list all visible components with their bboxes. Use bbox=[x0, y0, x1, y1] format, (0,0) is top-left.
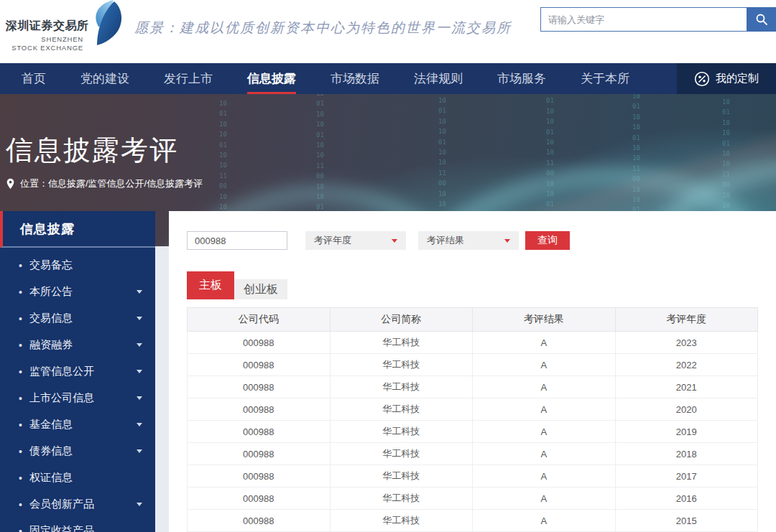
sidebar-item-warrant-info[interactable]: • 权证信息 bbox=[0, 465, 155, 491]
table-row: 000988华工科技A2019 bbox=[188, 421, 758, 443]
sidebar-item-member-innovation-products[interactable]: • 会员创新产品 bbox=[0, 491, 155, 518]
szse-logo-icon bbox=[83, 0, 123, 46]
chevron-down-icon bbox=[137, 396, 142, 400]
search-input[interactable] bbox=[540, 7, 747, 32]
site-header: 深圳证券交易所 SHENZHEN STOCK EXCHANGE 愿景：建成以优质… bbox=[0, 0, 776, 63]
bullet-icon: • bbox=[19, 260, 22, 271]
evaluation-year-dropdown[interactable]: 考评年度 bbox=[305, 231, 406, 250]
main-nav: 首页 党的建设 发行上市 信息披露 市场数据 法律规则 市场服务 关于本所 我的… bbox=[0, 63, 776, 94]
location-pin-icon bbox=[6, 178, 15, 190]
site-search bbox=[540, 7, 776, 32]
nav-item-party-building[interactable]: 党的建设 bbox=[80, 63, 129, 94]
table-row: 000988华工科技A2022 bbox=[188, 354, 758, 376]
bullet-icon: • bbox=[19, 446, 22, 457]
tab-main-board[interactable]: 主板 bbox=[187, 271, 234, 299]
bullet-icon: • bbox=[19, 313, 22, 325]
col-eval-result: 考评结果 bbox=[473, 308, 616, 332]
sidebar-item-fund-info[interactable]: • 基金信息 bbox=[0, 411, 155, 438]
binary-decoration: 10011010011010110010100110 bbox=[438, 95, 448, 230]
bullet-icon: • bbox=[19, 393, 22, 404]
breadcrumb-text: 位置：信息披露/监管信息公开/信息披露考评 bbox=[20, 177, 203, 190]
chevron-down-icon bbox=[504, 239, 510, 243]
nav-item-market-services[interactable]: 市场服务 bbox=[497, 63, 546, 94]
table-row: 000988华工科技A2023 bbox=[188, 332, 758, 354]
my-customization-label: 我的定制 bbox=[716, 72, 759, 85]
table-row: 000988华工科技A2020 bbox=[188, 398, 758, 421]
query-button[interactable]: 查询 bbox=[525, 231, 570, 250]
nav-item-rules[interactable]: 法律规则 bbox=[414, 63, 463, 94]
table-row: 000988华工科技A2015 bbox=[188, 510, 758, 532]
bullet-icon: • bbox=[19, 340, 22, 351]
sidebar-item-exchange-announcements[interactable]: • 本所公告 bbox=[0, 279, 155, 305]
chevron-down-icon bbox=[137, 423, 142, 426]
chevron-down-icon bbox=[392, 239, 397, 243]
logo-en-text: SHENZHEN STOCK EXCHANGE bbox=[6, 35, 83, 52]
chevron-down-icon bbox=[137, 343, 142, 347]
sidebar-item-listed-company-info[interactable]: • 上市公司信息 bbox=[0, 385, 155, 411]
logo[interactable]: 深圳证券交易所 SHENZHEN STOCK EXCHANGE bbox=[6, 19, 83, 52]
nav-item-about[interactable]: 关于本所 bbox=[581, 63, 629, 94]
table-row: 000988华工科技A2017 bbox=[188, 465, 758, 487]
sidebar: 信息披露 • 交易备忘 • 本所公告 • 交易信息 • 融资融券 bbox=[0, 211, 155, 532]
table-row: 000988华工科技A2018 bbox=[188, 443, 758, 465]
nav-item-market-data[interactable]: 市场数据 bbox=[331, 63, 379, 94]
board-tabs: 主板 创业板 bbox=[187, 271, 776, 299]
nav-item-listing[interactable]: 发行上市 bbox=[164, 63, 213, 94]
customize-icon bbox=[694, 71, 710, 87]
sidebar-menu: • 交易备忘 • 本所公告 • 交易信息 • 融资融券 • 监管信息公开 bbox=[0, 248, 155, 532]
bullet-icon: • bbox=[19, 366, 22, 378]
sidebar-content-gap bbox=[155, 211, 169, 532]
chevron-down-icon bbox=[137, 449, 142, 453]
sidebar-item-regulatory-disclosure[interactable]: • 监管信息公开 bbox=[0, 358, 155, 385]
sidebar-item-trading-info[interactable]: • 交易信息 bbox=[0, 305, 155, 332]
evaluation-result-dropdown[interactable]: 考评结果 bbox=[418, 231, 519, 250]
my-customization-button[interactable]: 我的定制 bbox=[677, 63, 776, 94]
sidebar-title: 信息披露 bbox=[0, 211, 155, 248]
content-panel: 考评年度 考评结果 查询 主板 创业板 公司代码 公司简称 考评结果 考评年度 bbox=[169, 211, 776, 532]
search-button[interactable] bbox=[747, 7, 776, 32]
bullet-icon: • bbox=[19, 286, 22, 298]
vision-slogan: 愿景：建成以优质创新资本中心为特色的世界一流交易所 bbox=[134, 19, 512, 37]
bullet-icon: • bbox=[19, 419, 22, 431]
nav-item-disclosure[interactable]: 信息披露 bbox=[247, 63, 296, 94]
bullet-icon: • bbox=[19, 526, 22, 532]
main-content: 信息披露 • 交易备忘 • 本所公告 • 交易信息 • 融资融券 bbox=[0, 211, 776, 532]
col-eval-year: 考评年度 bbox=[615, 308, 758, 332]
breadcrumb: 位置：信息披露/监管信息公开/信息披露考评 bbox=[6, 177, 203, 190]
company-code-input[interactable] bbox=[187, 231, 287, 250]
logo-cn-text: 深圳证券交易所 bbox=[6, 19, 83, 34]
sidebar-item-bond-info[interactable]: • 债券信息 bbox=[0, 438, 155, 465]
page-title: 信息披露考评 bbox=[6, 132, 178, 169]
chevron-down-icon bbox=[137, 370, 142, 373]
chevron-down-icon bbox=[137, 290, 142, 294]
chevron-down-icon bbox=[137, 317, 142, 320]
tab-chinext[interactable]: 创业板 bbox=[234, 279, 287, 299]
sidebar-item-fixed-income-products[interactable]: • 固定收益产品 bbox=[0, 518, 155, 532]
search-icon bbox=[755, 13, 768, 26]
table-header-row: 公司代码 公司简称 考评结果 考评年度 bbox=[188, 308, 758, 332]
col-company-name: 公司简称 bbox=[330, 308, 473, 332]
bullet-icon: • bbox=[19, 472, 22, 484]
chevron-down-icon bbox=[137, 503, 142, 506]
sidebar-item-margin-trading[interactable]: • 融资融券 bbox=[0, 332, 155, 358]
nav-item-home[interactable]: 首页 bbox=[22, 63, 46, 94]
filter-bar: 考评年度 考评结果 查询 bbox=[187, 231, 776, 250]
binary-decoration: 10011010011010110010100110 bbox=[316, 94, 325, 223]
evaluation-table: 公司代码 公司简称 考评结果 考评年度 000988华工科技A2023 0009… bbox=[187, 307, 758, 532]
table-row: 000988华工科技A2016 bbox=[188, 487, 758, 510]
bullet-icon: • bbox=[19, 499, 22, 510]
col-company-code: 公司代码 bbox=[188, 308, 331, 332]
table-row: 000988华工科技A2021 bbox=[188, 376, 758, 398]
binary-decoration: 10011010011010110010100110 bbox=[546, 94, 555, 220]
sidebar-item-trading-memo[interactable]: • 交易备忘 bbox=[0, 252, 155, 279]
